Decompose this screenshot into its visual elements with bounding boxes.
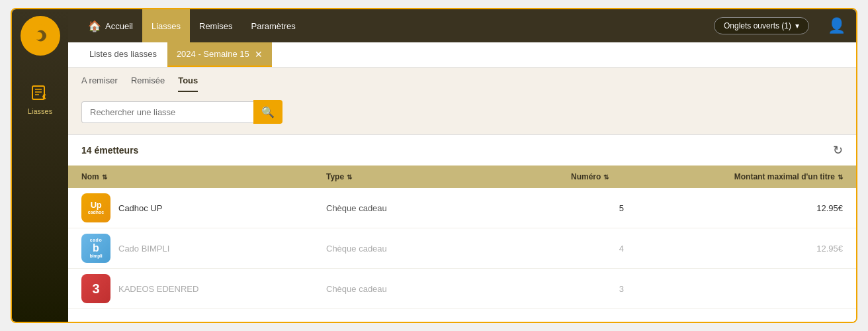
filter-tab-tous[interactable]: Tous: [178, 75, 198, 92]
tab-semaine[interactable]: 2024 - Semaine 15 ✕: [167, 42, 272, 67]
tab-close-icon[interactable]: ✕: [255, 50, 263, 59]
nav-liasses[interactable]: Liasses: [142, 9, 190, 42]
sidebar-logo[interactable]: [21, 16, 60, 56]
main-content: 🏠 Accueil Liasses Remises Paramètres Ong…: [68, 9, 856, 322]
table-header: Nom ⇅ Type ⇅ Numéro ⇅ Montant maximal d'…: [68, 166, 856, 188]
sidebar-item-liasses[interactable]: € Liasses: [22, 75, 58, 120]
navbar-right: Onglets ouverts (1) ▾ 👤: [714, 17, 846, 34]
refresh-icon[interactable]: ↻: [833, 143, 843, 158]
nav-parametres-label: Paramètres: [251, 21, 296, 31]
emetteurs-count: 14 émetteurs: [81, 145, 138, 156]
emitter-type-bimpli: Chèque cadeau: [326, 244, 571, 254]
search-button[interactable]: 🔍: [253, 100, 282, 124]
sort-montant-icon[interactable]: ⇅: [838, 173, 843, 181]
emitter-logo-kadeos: 3: [81, 274, 110, 303]
liasses-icon: €: [28, 81, 52, 105]
nav-liasses-label: Liasses: [152, 21, 181, 31]
emitter-type-cadhoc: Chèque cadeau: [326, 203, 571, 213]
content-area: A remiser Remisée Tous 🔍: [68, 68, 856, 322]
table-row[interactable]: Up cadhoc Cadhoc UP Chèque cadeau 5 12.9…: [68, 188, 856, 228]
nav-remises[interactable]: Remises: [190, 9, 242, 42]
search-input[interactable]: [81, 101, 253, 123]
sort-numero-icon[interactable]: ⇅: [603, 173, 609, 181]
filter-tabs: A remiser Remisée Tous: [68, 68, 856, 92]
emitter-name-bimpli: Cado BIMPLI: [118, 244, 169, 254]
nav-remises-label: Remises: [199, 21, 233, 31]
sort-nom-icon[interactable]: ⇅: [102, 173, 107, 181]
emitter-logo-cadhoc: Up cadhoc: [81, 193, 110, 222]
user-icon[interactable]: 👤: [828, 17, 846, 34]
emitter-name-cadhoc: Cadhoc UP: [118, 203, 162, 213]
emetteurs-header: 14 émetteurs ↻: [68, 135, 856, 166]
chevron-down-icon: ▾: [795, 21, 799, 30]
svg-point-1: [34, 32, 42, 40]
nav-accueil[interactable]: 🏠 Accueil: [79, 9, 142, 42]
emitter-logo-bimpli: cado b bimpli: [81, 234, 110, 263]
tab-listes[interactable]: Listes des liasses: [79, 42, 167, 67]
home-icon: 🏠: [88, 20, 101, 32]
emitter-numero-cadhoc: 5: [571, 203, 637, 213]
emitter-numero-bimpli: 4: [571, 244, 637, 254]
emitter-cell: Up cadhoc Cadhoc UP: [81, 193, 326, 222]
emitter-cell: cado b bimpli Cado BIMPLI: [81, 234, 326, 263]
emitter-montant-cadhoc: 12.95€: [637, 203, 843, 213]
filter-tab-a-remiser[interactable]: A remiser: [81, 75, 118, 92]
navbar: 🏠 Accueil Liasses Remises Paramètres Ong…: [68, 9, 856, 42]
filter-tab-remisee[interactable]: Remisée: [131, 75, 165, 92]
search-box: 🔍: [81, 100, 293, 124]
app-container: € Liasses 🏠 Accueil Liasses Remises Para…: [11, 8, 857, 323]
emitter-type-kadeos: Chèque cadeau: [326, 284, 571, 294]
search-section: 🔍: [68, 92, 856, 134]
sidebar: € Liasses: [12, 9, 68, 322]
table-row[interactable]: 3 KADEOS EDENRED Chèque cadeau 3: [68, 269, 856, 309]
tabs-row: Listes des liasses 2024 - Semaine 15 ✕: [68, 42, 856, 68]
nav-accueil-label: Accueil: [105, 21, 133, 31]
emitter-numero-kadeos: 3: [571, 284, 637, 294]
sidebar-item-label: Liasses: [28, 107, 52, 115]
table-row[interactable]: cado b bimpli Cado BIMPLI Chèque cadeau …: [68, 228, 856, 269]
th-nom: Nom ⇅: [81, 172, 326, 181]
emitter-cell: 3 KADEOS EDENRED: [81, 274, 326, 303]
search-icon: 🔍: [261, 106, 275, 118]
th-montant: Montant maximal d'un titre ⇅: [637, 172, 843, 181]
onglets-label: Onglets ouverts (1): [724, 21, 791, 30]
svg-text:€: €: [42, 93, 46, 101]
onglets-button[interactable]: Onglets ouverts (1) ▾: [714, 17, 809, 34]
table-container: Nom ⇅ Type ⇅ Numéro ⇅ Montant maximal d'…: [68, 166, 856, 309]
nav-parametres[interactable]: Paramètres: [242, 9, 305, 42]
emitter-name-kadeos: KADEOS EDENRED: [118, 284, 198, 294]
sort-type-icon[interactable]: ⇅: [347, 173, 352, 181]
emitter-montant-bimpli: 12.95€: [637, 244, 843, 254]
th-numero: Numéro ⇅: [571, 172, 637, 181]
th-type: Type ⇅: [326, 172, 571, 181]
